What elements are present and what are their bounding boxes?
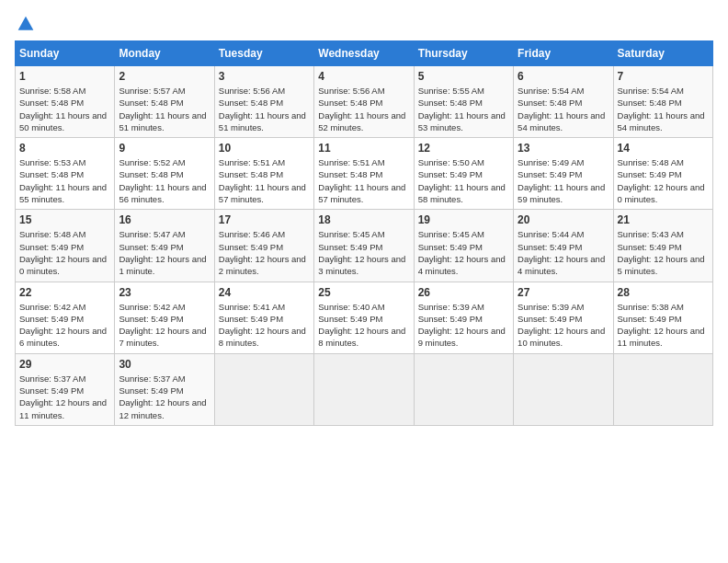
logo-icon (17, 15, 35, 33)
calendar-day-cell: 10Sunrise: 5:51 AMSunset: 5:48 PMDayligh… (214, 138, 313, 210)
calendar-day-cell: 8Sunrise: 5:53 AMSunset: 5:48 PMDaylight… (16, 138, 115, 210)
day-number: 3 (219, 70, 310, 83)
day-detail: Sunrise: 5:51 AMSunset: 5:48 PMDaylight:… (219, 156, 310, 205)
day-detail: Sunrise: 5:56 AMSunset: 5:48 PMDaylight:… (318, 85, 409, 133)
day-of-week-header: Tuesday (214, 41, 313, 66)
day-detail: Sunrise: 5:54 AMSunset: 5:48 PMDaylight:… (518, 85, 609, 133)
page-header (15, 15, 713, 33)
calendar-day-cell (414, 353, 513, 425)
day-number: 23 (119, 286, 210, 299)
day-number: 19 (418, 213, 509, 226)
calendar-day-cell: 12Sunrise: 5:50 AMSunset: 5:49 PMDayligh… (414, 138, 513, 210)
calendar-day-cell: 19Sunrise: 5:45 AMSunset: 5:49 PMDayligh… (414, 210, 513, 282)
day-number: 4 (318, 70, 409, 83)
day-detail: Sunrise: 5:57 AMSunset: 5:48 PMDaylight:… (119, 85, 210, 133)
day-number: 27 (518, 286, 609, 299)
day-of-week-header: Sunday (16, 41, 115, 66)
day-detail: Sunrise: 5:48 AMSunset: 5:49 PMDaylight:… (19, 228, 110, 277)
day-number: 10 (219, 142, 310, 155)
calendar-day-cell: 18Sunrise: 5:45 AMSunset: 5:49 PMDayligh… (314, 210, 414, 282)
day-detail: Sunrise: 5:46 AMSunset: 5:49 PMDaylight:… (219, 228, 310, 277)
day-of-week-header: Wednesday (314, 41, 414, 66)
day-detail: Sunrise: 5:58 AMSunset: 5:48 PMDaylight:… (19, 85, 110, 133)
calendar-day-cell: 23Sunrise: 5:42 AMSunset: 5:49 PMDayligh… (115, 282, 214, 353)
calendar-day-cell: 26Sunrise: 5:39 AMSunset: 5:49 PMDayligh… (414, 282, 513, 353)
day-detail: Sunrise: 5:39 AMSunset: 5:49 PMDaylight:… (418, 301, 509, 350)
day-of-week-header: Monday (115, 41, 214, 66)
day-number: 17 (219, 213, 310, 226)
calendar-day-cell: 24Sunrise: 5:41 AMSunset: 5:49 PMDayligh… (214, 282, 313, 353)
day-detail: Sunrise: 5:40 AMSunset: 5:49 PMDaylight:… (318, 301, 409, 350)
calendar-day-cell (613, 353, 712, 425)
day-of-week-header: Thursday (414, 41, 513, 66)
day-number: 20 (518, 213, 609, 226)
calendar-week-row: 22Sunrise: 5:42 AMSunset: 5:49 PMDayligh… (16, 282, 713, 353)
calendar-day-cell: 11Sunrise: 5:51 AMSunset: 5:48 PMDayligh… (314, 138, 414, 210)
day-number: 12 (418, 142, 509, 155)
calendar-day-cell: 4Sunrise: 5:56 AMSunset: 5:48 PMDaylight… (314, 66, 414, 138)
day-number: 5 (418, 70, 509, 83)
day-detail: Sunrise: 5:42 AMSunset: 5:49 PMDaylight:… (119, 301, 210, 350)
calendar-day-cell (314, 353, 414, 425)
calendar-week-row: 15Sunrise: 5:48 AMSunset: 5:49 PMDayligh… (16, 210, 713, 282)
day-number: 26 (418, 286, 509, 299)
day-detail: Sunrise: 5:53 AMSunset: 5:48 PMDaylight:… (19, 156, 110, 205)
svg-marker-0 (18, 17, 34, 30)
day-number: 24 (219, 286, 310, 299)
calendar-table: SundayMondayTuesdayWednesdayThursdayFrid… (15, 40, 713, 426)
day-detail: Sunrise: 5:55 AMSunset: 5:48 PMDaylight:… (418, 85, 509, 133)
calendar-week-row: 8Sunrise: 5:53 AMSunset: 5:48 PMDaylight… (16, 138, 713, 210)
calendar-day-cell (214, 353, 313, 425)
day-detail: Sunrise: 5:50 AMSunset: 5:49 PMDaylight:… (418, 156, 509, 205)
calendar-day-cell: 15Sunrise: 5:48 AMSunset: 5:49 PMDayligh… (16, 210, 115, 282)
day-number: 16 (119, 213, 210, 226)
day-number: 14 (618, 142, 709, 155)
day-number: 6 (518, 70, 609, 83)
day-number: 1 (19, 70, 110, 83)
calendar-day-cell: 21Sunrise: 5:43 AMSunset: 5:49 PMDayligh… (613, 210, 712, 282)
calendar-day-cell: 9Sunrise: 5:52 AMSunset: 5:48 PMDaylight… (115, 138, 214, 210)
day-detail: Sunrise: 5:56 AMSunset: 5:48 PMDaylight:… (219, 85, 310, 133)
day-detail: Sunrise: 5:43 AMSunset: 5:49 PMDaylight:… (618, 228, 709, 277)
calendar-day-cell: 2Sunrise: 5:57 AMSunset: 5:48 PMDaylight… (115, 66, 214, 138)
calendar-week-row: 29Sunrise: 5:37 AMSunset: 5:49 PMDayligh… (16, 353, 713, 425)
day-number: 8 (19, 142, 110, 155)
day-number: 13 (518, 142, 609, 155)
calendar-day-cell (514, 353, 613, 425)
calendar-day-cell: 14Sunrise: 5:48 AMSunset: 5:49 PMDayligh… (613, 138, 712, 210)
calendar-day-cell: 22Sunrise: 5:42 AMSunset: 5:49 PMDayligh… (16, 282, 115, 353)
day-detail: Sunrise: 5:37 AMSunset: 5:49 PMDaylight:… (19, 373, 110, 421)
day-number: 7 (618, 70, 709, 83)
calendar-day-cell: 7Sunrise: 5:54 AMSunset: 5:48 PMDaylight… (613, 66, 712, 138)
day-detail: Sunrise: 5:47 AMSunset: 5:49 PMDaylight:… (119, 228, 210, 277)
calendar-week-row: 1Sunrise: 5:58 AMSunset: 5:48 PMDaylight… (16, 66, 713, 138)
calendar-header-row: SundayMondayTuesdayWednesdayThursdayFrid… (16, 41, 713, 66)
calendar-day-cell: 30Sunrise: 5:37 AMSunset: 5:49 PMDayligh… (115, 353, 214, 425)
day-detail: Sunrise: 5:48 AMSunset: 5:49 PMDaylight:… (618, 156, 709, 205)
day-number: 18 (318, 213, 409, 226)
day-detail: Sunrise: 5:39 AMSunset: 5:49 PMDaylight:… (518, 301, 609, 350)
day-detail: Sunrise: 5:45 AMSunset: 5:49 PMDaylight:… (318, 228, 409, 277)
calendar-day-cell: 29Sunrise: 5:37 AMSunset: 5:49 PMDayligh… (16, 353, 115, 425)
calendar-day-cell: 17Sunrise: 5:46 AMSunset: 5:49 PMDayligh… (214, 210, 313, 282)
day-detail: Sunrise: 5:51 AMSunset: 5:48 PMDaylight:… (318, 156, 409, 205)
day-of-week-header: Friday (514, 41, 613, 66)
day-of-week-header: Saturday (613, 41, 712, 66)
day-number: 15 (19, 213, 110, 226)
calendar-day-cell: 1Sunrise: 5:58 AMSunset: 5:48 PMDaylight… (16, 66, 115, 138)
day-detail: Sunrise: 5:38 AMSunset: 5:49 PMDaylight:… (618, 301, 709, 350)
day-number: 29 (19, 358, 110, 371)
logo (15, 15, 35, 33)
calendar-day-cell: 13Sunrise: 5:49 AMSunset: 5:49 PMDayligh… (514, 138, 613, 210)
calendar-day-cell: 16Sunrise: 5:47 AMSunset: 5:49 PMDayligh… (115, 210, 214, 282)
day-number: 21 (618, 213, 709, 226)
calendar-day-cell: 28Sunrise: 5:38 AMSunset: 5:49 PMDayligh… (613, 282, 712, 353)
day-detail: Sunrise: 5:52 AMSunset: 5:48 PMDaylight:… (119, 156, 210, 205)
day-number: 28 (618, 286, 709, 299)
day-detail: Sunrise: 5:45 AMSunset: 5:49 PMDaylight:… (418, 228, 509, 277)
calendar-day-cell: 3Sunrise: 5:56 AMSunset: 5:48 PMDaylight… (214, 66, 313, 138)
day-detail: Sunrise: 5:44 AMSunset: 5:49 PMDaylight:… (518, 228, 609, 277)
day-detail: Sunrise: 5:37 AMSunset: 5:49 PMDaylight:… (119, 373, 210, 421)
calendar-day-cell: 6Sunrise: 5:54 AMSunset: 5:48 PMDaylight… (514, 66, 613, 138)
day-detail: Sunrise: 5:42 AMSunset: 5:49 PMDaylight:… (19, 301, 110, 350)
